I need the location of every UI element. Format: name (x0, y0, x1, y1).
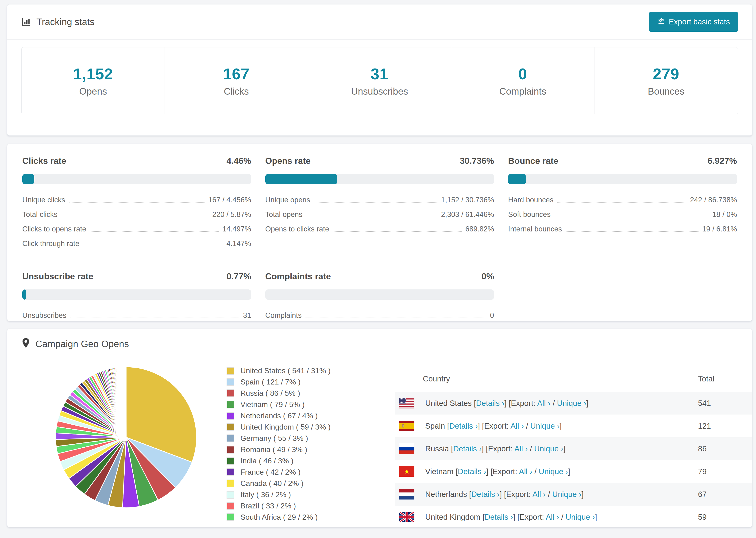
export-all-link[interactable]: All › (511, 422, 524, 430)
country-links: [Details ›] [Export: All › / Unique ›] (456, 467, 570, 476)
detail-value: 31 (243, 311, 251, 320)
legend-item-romania: Romania ( 49 / 3% ) (227, 445, 367, 454)
export-all-link[interactable]: All › (532, 490, 546, 499)
detail-label: Total opens (265, 210, 303, 219)
rate-header: Bounce rate6.927% (508, 156, 737, 166)
total-column-header: Total (698, 374, 752, 383)
country-name: Netherlands (425, 490, 469, 499)
legend-color-swatch (227, 435, 234, 442)
details-link[interactable]: Details › (453, 444, 482, 453)
geo-opens-body: United States ( 541 / 31% )Spain ( 121 /… (7, 359, 752, 527)
detail-row: Soft bounces18 / 0% (508, 207, 737, 222)
legend-item-united-states: United States ( 541 / 31% ) (227, 366, 367, 375)
rates-grid: Clicks rate4.46%Unique clicks167 / 4.456… (22, 156, 737, 321)
legend-item-italy: Italy ( 36 / 2% ) (227, 490, 367, 499)
rate-detail-rows: Unique opens1,152 / 30.736%Total opens2,… (265, 193, 494, 237)
export-unique-link[interactable]: Unique › (557, 399, 586, 407)
detail-label: Hard bounces (508, 196, 553, 204)
detail-row: Hard bounces242 / 86.738% (508, 193, 737, 207)
dotted-leader (83, 246, 223, 246)
rate-header: Clicks rate4.46% (22, 156, 251, 166)
nl-flag (399, 489, 414, 500)
rate-title: Unsubscribe rate (22, 272, 93, 282)
geo-opens-title: Campaign Geo Opens (35, 339, 129, 349)
country-cell: Vietnam [Details ›] [Export: All › / Uni… (395, 466, 698, 477)
rate-progress-fill (265, 174, 338, 184)
details-link[interactable]: Details › (449, 422, 478, 430)
export-unique-link[interactable]: Unique › (530, 422, 560, 430)
links-text: ] [Export: (513, 512, 546, 521)
legend-color-swatch (227, 401, 234, 408)
links-text: / (559, 512, 566, 521)
detail-label: Opens to clicks rate (265, 225, 329, 233)
links-text: [ (447, 422, 449, 430)
detail-value: 242 / 86.738% (690, 196, 737, 204)
stat-cell-complaints: 0Complaints (451, 47, 594, 114)
legend-color-swatch (227, 367, 234, 375)
export-button-label: Export basic stats (669, 17, 730, 26)
legend-item-canada: Canada ( 40 / 2% ) (227, 479, 367, 488)
total-cell: 79 (698, 467, 752, 476)
export-all-link[interactable]: All › (519, 467, 532, 476)
export-unique-link[interactable]: Unique › (539, 467, 568, 476)
detail-label: Total clicks (22, 210, 58, 219)
country-cell: United Kingdom [Details ›] [Export: All … (395, 512, 698, 522)
links-text: / (532, 467, 539, 476)
legend-label: Russia ( 86 / 5% ) (241, 389, 300, 398)
country-links: [Details ›] [Export: All › / Unique ›] (451, 444, 566, 453)
details-link[interactable]: Details › (485, 512, 513, 521)
dotted-leader (566, 231, 698, 232)
detail-row: Unique clicks167 / 4.456% (22, 193, 251, 207)
links-text: ] (568, 467, 570, 476)
rate-value: 30.736% (460, 156, 494, 166)
geo-table-rows: United States [Details ›] [Export: All ›… (395, 392, 752, 527)
detail-row: Total opens2,303 / 61.446% (265, 207, 494, 222)
gb-flag (399, 512, 414, 522)
rate-progress-bar (265, 174, 494, 184)
geo-opens-header: Campaign Geo Opens (7, 329, 752, 359)
export-all-link[interactable]: All › (514, 444, 528, 453)
links-text: ] [Export: (478, 422, 511, 430)
detail-label: Unique opens (265, 196, 310, 204)
rate-title: Bounce rate (508, 156, 558, 166)
links-text: [ (456, 467, 458, 476)
stat-label: Unsubscribes (351, 86, 408, 97)
legend-label: France ( 42 / 2% ) (241, 468, 300, 476)
links-text: ] (586, 399, 588, 407)
legend-color-swatch (227, 423, 234, 431)
details-link[interactable]: Details › (476, 399, 504, 407)
links-text: [ (482, 512, 485, 521)
details-link[interactable]: Details › (458, 467, 486, 476)
country-name: United Kingdom (425, 512, 482, 521)
export-all-link[interactable]: All › (546, 512, 559, 521)
legend-label: Brazil ( 33 / 2% ) (241, 502, 296, 510)
links-text: ] [Export: (504, 399, 537, 407)
detail-value: 4.147% (227, 240, 251, 248)
table-row-es: Spain [Details ›] [Export: All › / Uniqu… (395, 414, 752, 437)
legend-item-spain: Spain ( 121 / 7% ) (227, 378, 367, 386)
rate-value: 4.46% (227, 156, 251, 166)
map-pin-icon (21, 338, 30, 350)
table-row-nl: Netherlands [Details ›] [Export: All › /… (395, 483, 752, 506)
export-all-link[interactable]: All › (537, 399, 551, 407)
detail-value: 19 / 6.81% (702, 225, 737, 233)
stat-value: 0 (518, 65, 527, 83)
table-row-gb: United Kingdom [Details ›] [Export: All … (395, 506, 752, 527)
rate-progress-bar (508, 174, 737, 184)
details-link[interactable]: Details › (471, 490, 500, 499)
export-unique-link[interactable]: Unique › (534, 444, 564, 453)
export-icon (657, 17, 665, 27)
export-unique-link[interactable]: Unique › (552, 490, 581, 499)
detail-row: Total clicks220 / 5.87% (22, 207, 251, 222)
rate-header: Complaints rate0% (265, 272, 494, 282)
detail-value: 2,303 / 61.446% (441, 210, 494, 219)
table-row-us: United States [Details ›] [Export: All ›… (395, 392, 752, 414)
legend-item-vietnam: Vietnam ( 79 / 5% ) (227, 400, 367, 409)
legend-item-united-kingdom: United Kingdom ( 59 / 3% ) (227, 423, 367, 431)
export-unique-link[interactable]: Unique › (566, 512, 595, 521)
geo-pie-chart (54, 365, 198, 510)
dotted-leader (554, 217, 709, 217)
detail-row: Click through rate4.147% (22, 237, 251, 251)
export-basic-stats-button[interactable]: Export basic stats (649, 12, 738, 32)
rate-title: Clicks rate (22, 156, 66, 166)
